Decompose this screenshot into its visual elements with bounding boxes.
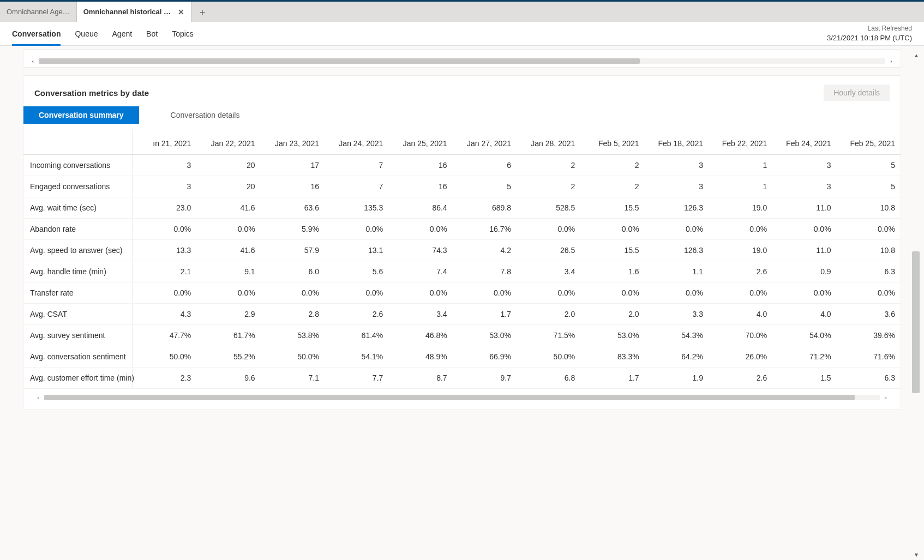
metric-cell[interactable]: 126.3 — [645, 197, 709, 219]
table-column-header[interactable]: Feb 24, 2021 — [772, 129, 836, 155]
metric-cell[interactable]: 61.4% — [325, 325, 388, 346]
metric-cell[interactable]: 1.7 — [453, 304, 517, 325]
metric-cell[interactable]: 0.0% — [580, 219, 644, 240]
metric-cell[interactable]: 16 — [388, 155, 452, 176]
metric-cell[interactable]: 0.0% — [517, 282, 580, 304]
table-column-header[interactable]: Feb 25, 2021 — [837, 129, 901, 155]
metric-cell[interactable]: 3 — [772, 155, 836, 176]
nav-topics[interactable]: Topics — [172, 22, 194, 46]
metric-cell[interactable]: 10.8 — [837, 240, 901, 261]
metric-cell[interactable]: 50.0% — [133, 346, 196, 368]
metric-cell[interactable]: 71.5% — [517, 325, 580, 346]
metric-cell[interactable]: 0.0% — [837, 282, 901, 304]
metric-cell[interactable]: 70.0% — [709, 325, 772, 346]
metric-cell[interactable]: 3.6 — [837, 304, 901, 325]
nav-conversation[interactable]: Conversation — [12, 22, 61, 46]
metric-cell[interactable]: 0.0% — [709, 282, 772, 304]
metric-cell[interactable]: 0.0% — [388, 219, 452, 240]
table-column-header[interactable]: Feb 18, 2021 — [645, 129, 709, 155]
metric-cell[interactable]: 2 — [580, 155, 644, 176]
metric-cell[interactable]: 0.0% — [772, 219, 836, 240]
metric-cell[interactable]: 7.8 — [453, 261, 517, 282]
scroll-right-icon[interactable]: › — [882, 394, 890, 401]
metric-cell[interactable]: 1.7 — [580, 368, 644, 389]
metric-cell[interactable]: 1 — [709, 176, 772, 197]
metric-cell[interactable]: 0.0% — [388, 282, 452, 304]
metric-cell[interactable]: 3 — [772, 176, 836, 197]
metric-cell[interactable]: 61.7% — [196, 325, 260, 346]
metric-cell[interactable]: 71.6% — [837, 346, 901, 368]
pivot-conversation-details[interactable]: Conversation details — [155, 106, 255, 124]
metric-cell[interactable]: 0.0% — [580, 282, 644, 304]
metric-cell[interactable]: 1.9 — [645, 368, 709, 389]
metric-cell[interactable]: 11.0 — [772, 197, 836, 219]
metric-cell[interactable]: 41.6 — [196, 197, 260, 219]
metric-cell[interactable]: 0.0% — [133, 219, 196, 240]
metric-cell[interactable]: 19.0 — [709, 197, 772, 219]
metric-cell[interactable]: 3.4 — [517, 261, 580, 282]
nav-queue[interactable]: Queue — [75, 22, 98, 46]
metric-cell[interactable]: 16 — [388, 176, 452, 197]
metric-cell[interactable]: 54.0% — [772, 325, 836, 346]
table-column-header[interactable]: Jan 27, 2021 — [453, 129, 517, 155]
metric-cell[interactable]: 15.5 — [580, 197, 644, 219]
metric-cell[interactable]: 39.6% — [837, 325, 901, 346]
metric-cell[interactable]: 0.0% — [709, 219, 772, 240]
metric-cell[interactable]: 6.0 — [261, 261, 325, 282]
metric-cell[interactable]: 86.4 — [388, 197, 452, 219]
scroll-track[interactable] — [39, 58, 885, 64]
metric-cell[interactable]: 54.1% — [325, 346, 388, 368]
scroll-left-icon[interactable]: ‹ — [29, 58, 37, 64]
metric-cell[interactable]: 83.3% — [580, 346, 644, 368]
metric-cell[interactable]: 0.0% — [517, 219, 580, 240]
metric-cell[interactable]: 3 — [133, 176, 196, 197]
pivot-conversation-summary[interactable]: Conversation summary — [23, 106, 139, 124]
metric-cell[interactable]: 48.9% — [388, 346, 452, 368]
metric-cell[interactable]: 1 — [709, 155, 772, 176]
metric-cell[interactable]: 0.0% — [261, 282, 325, 304]
metric-cell[interactable]: 2 — [580, 176, 644, 197]
metric-cell[interactable]: 3 — [133, 155, 196, 176]
metric-cell[interactable]: 10.8 — [837, 197, 901, 219]
metric-cell[interactable]: 19.0 — [709, 240, 772, 261]
scroll-down-icon[interactable]: ▼ — [914, 552, 919, 558]
metric-cell[interactable]: 2.8 — [261, 304, 325, 325]
metric-cell[interactable]: 2 — [517, 155, 580, 176]
metric-cell[interactable]: 23.0 — [133, 197, 196, 219]
metric-cell[interactable]: 64.2% — [645, 346, 709, 368]
table-column-header[interactable]: Jan 28, 2021 — [517, 129, 580, 155]
metric-cell[interactable]: 1.1 — [645, 261, 709, 282]
metric-cell[interactable]: 2.6 — [325, 304, 388, 325]
hourly-details-button[interactable]: Hourly details — [824, 85, 890, 101]
metric-cell[interactable]: 13.1 — [325, 240, 388, 261]
metric-cell[interactable]: 63.6 — [261, 197, 325, 219]
metric-cell[interactable]: 50.0% — [261, 346, 325, 368]
metric-cell[interactable]: 135.3 — [325, 197, 388, 219]
metric-cell[interactable]: 20 — [196, 155, 260, 176]
metric-cell[interactable]: 5 — [837, 176, 901, 197]
metric-cell[interactable]: 0.9 — [772, 261, 836, 282]
metric-cell[interactable]: 7.1 — [261, 368, 325, 389]
metric-cell[interactable]: 66.9% — [453, 346, 517, 368]
metric-cell[interactable]: 16 — [261, 176, 325, 197]
new-tab-button[interactable]: ＋ — [191, 2, 213, 22]
table-column-header[interactable]: ın 21, 2021 — [133, 129, 196, 155]
metric-cell[interactable]: 1.6 — [580, 261, 644, 282]
metric-cell[interactable]: 0.0% — [772, 282, 836, 304]
table-column-header[interactable]: Jan 23, 2021 — [261, 129, 325, 155]
metric-cell[interactable]: 5.6 — [325, 261, 388, 282]
scroll-track[interactable] — [44, 395, 880, 400]
metric-cell[interactable]: 4.0 — [772, 304, 836, 325]
metric-cell[interactable]: 0.0% — [837, 219, 901, 240]
metric-cell[interactable]: 1.5 — [772, 368, 836, 389]
metric-cell[interactable]: 26.0% — [709, 346, 772, 368]
metric-cell[interactable]: 2.0 — [517, 304, 580, 325]
metric-cell[interactable]: 6.8 — [517, 368, 580, 389]
table-horizontal-scrollbar[interactable]: ‹ › — [23, 389, 901, 401]
metric-cell[interactable]: 0.0% — [645, 219, 709, 240]
metric-cell[interactable]: 2.6 — [709, 368, 772, 389]
metric-cell[interactable]: 2.9 — [196, 304, 260, 325]
metric-cell[interactable]: 3.4 — [388, 304, 452, 325]
metric-cell[interactable]: 0.0% — [645, 282, 709, 304]
metric-cell[interactable]: 53.0% — [580, 325, 644, 346]
